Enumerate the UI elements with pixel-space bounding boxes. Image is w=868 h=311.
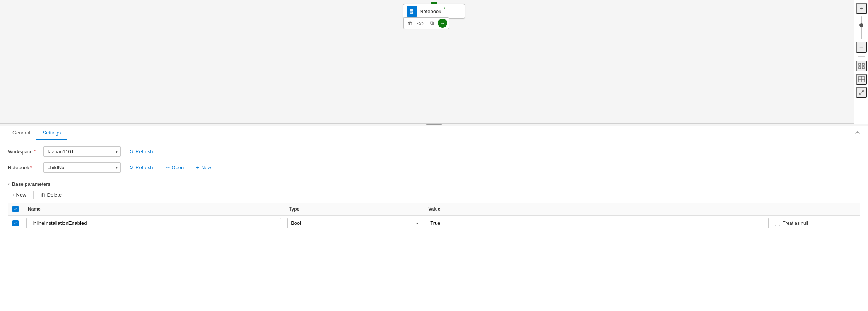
code-node-button[interactable]: </> [416, 19, 425, 28]
notebook-node[interactable]: Notebook1 🗑 </> ⧉ → [403, 4, 465, 19]
pipeline-canvas: Notebook1 🗑 </> ⧉ → → [0, 0, 868, 124]
row-checkbox-cell: ✓ [8, 216, 23, 231]
col-checkbox: ✓ [8, 203, 23, 216]
notebook-required: * [30, 165, 32, 170]
notebook-icon [407, 6, 417, 17]
copy-node-button[interactable]: ⧉ [427, 19, 436, 28]
table-body: ✓ Bool String Int Float [8, 216, 860, 231]
workspace-select-wrapper: fazhan1101 ▾ [43, 146, 121, 157]
bottom-panel: General Settings Workspace* fazhan1101 ▾… [0, 126, 868, 311]
canvas-sidebar: + − [854, 0, 868, 124]
svg-rect-4 [410, 12, 412, 13]
param-value-cell [424, 216, 772, 231]
settings-panel: Workspace* fazhan1101 ▾ ↻ Refresh Notebo… [0, 140, 868, 237]
param-name-input[interactable] [26, 218, 281, 228]
svg-rect-10 [862, 67, 864, 69]
workspace-required: * [34, 149, 36, 155]
select-all-checkbox[interactable]: ✓ [12, 206, 19, 212]
table-header: ✓ Name Type Value [8, 203, 860, 216]
new-param-icon: + [12, 192, 15, 198]
refresh-icon: ↻ [129, 149, 133, 155]
svg-line-14 [859, 92, 861, 94]
tabs-list: General Settings [6, 126, 67, 140]
zoom-slider[interactable] [861, 16, 862, 39]
notebook-row: Notebook* childNb ▾ ↻ Refresh ✏ Open + N… [8, 162, 860, 173]
connect-arrow-icon[interactable]: → [441, 5, 447, 12]
notebook-new-button[interactable]: + New [192, 163, 215, 172]
param-type-cell: Bool String Int Float ▾ [284, 216, 424, 231]
workspace-select[interactable]: fazhan1101 [43, 146, 121, 157]
svg-rect-2 [410, 10, 413, 10]
treat-as-null-label: Treat as null [783, 221, 808, 226]
workspace-row: Workspace* fazhan1101 ▾ ↻ Refresh [8, 146, 860, 157]
zoom-out-button[interactable]: − [856, 42, 867, 53]
workspace-refresh-button[interactable]: ↻ Refresh [125, 147, 157, 156]
new-notebook-icon: + [196, 165, 199, 170]
grid-view-button[interactable] [856, 74, 867, 85]
svg-rect-3 [410, 11, 413, 12]
type-select-wrapper: Bool String Int Float ▾ [287, 218, 420, 228]
resize-bar [426, 124, 442, 125]
toolbar-divider [33, 191, 34, 199]
zoom-in-button[interactable]: + [856, 3, 867, 14]
svg-rect-7 [859, 63, 861, 65]
notebook-refresh-icon: ↻ [129, 165, 133, 170]
param-null-cell: Treat as null [772, 216, 860, 231]
notebook-open-button[interactable]: ✏ Open [162, 163, 188, 172]
base-params-header[interactable]: ▾ Base parameters [8, 178, 860, 190]
notebook-refresh-button[interactable]: ↻ Refresh [125, 163, 157, 172]
collapse-panel-button[interactable] [853, 128, 862, 138]
notebook-select-wrapper: childNb ▾ [43, 162, 121, 173]
tab-settings[interactable]: Settings [36, 126, 67, 140]
base-params-chevron-icon: ▾ [8, 182, 10, 186]
table-row: ✓ Bool String Int Float [8, 216, 860, 231]
workspace-label: Workspace* [8, 149, 39, 155]
param-value-input[interactable] [427, 218, 769, 228]
row-checkbox[interactable]: ✓ [12, 220, 19, 226]
treat-as-null-wrapper: Treat as null [775, 221, 857, 226]
fit-view-button[interactable] [856, 61, 867, 71]
svg-rect-9 [859, 67, 861, 69]
delete-node-button[interactable]: 🗑 [405, 19, 415, 28]
param-type-select[interactable]: Bool String Int Float [287, 218, 420, 228]
notebook-label: Notebook* [8, 165, 39, 170]
tabs-bar: General Settings [0, 126, 868, 140]
open-icon: ✏ [166, 165, 170, 170]
col-type: Type [284, 203, 424, 216]
params-table: ✓ Name Type Value ✓ [8, 203, 860, 231]
svg-line-15 [861, 90, 863, 92]
col-name: Name [23, 203, 284, 216]
new-param-button[interactable]: + New [8, 190, 30, 200]
tab-general[interactable]: General [6, 126, 36, 140]
param-toolbar: + New 🗑 Delete [8, 190, 860, 200]
treat-as-null-checkbox[interactable] [775, 221, 780, 226]
col-actions [772, 203, 860, 216]
col-value: Value [424, 203, 772, 216]
notebook-select[interactable]: childNb [43, 162, 121, 173]
delete-param-button[interactable]: 🗑 Delete [37, 190, 66, 200]
param-name-cell [23, 216, 284, 231]
delete-icon: 🗑 [41, 192, 46, 198]
collapse-canvas-button[interactable] [856, 87, 867, 98]
svg-rect-8 [862, 63, 864, 65]
connect-node-button[interactable]: → [438, 19, 447, 28]
